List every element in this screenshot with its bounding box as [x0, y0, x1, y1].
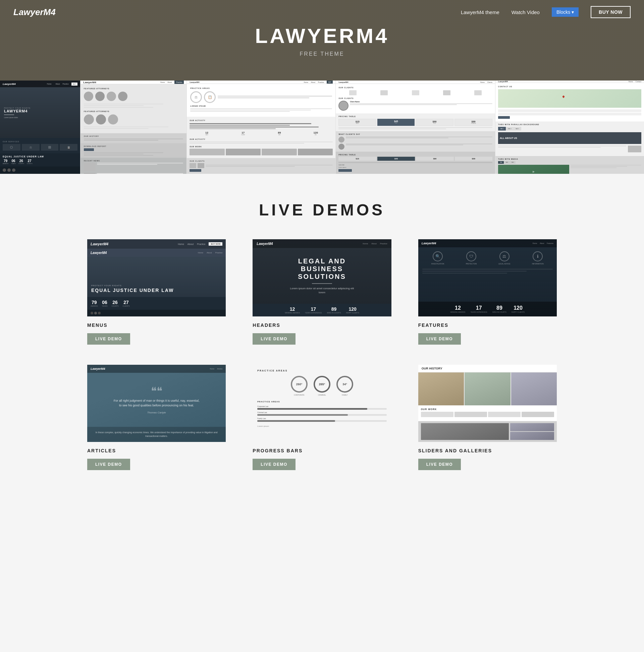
hero-content: LAWYERM4 FREE THEME [255, 24, 389, 57]
navbar-logo: LawyerM4 [13, 7, 461, 18]
demo-card-headers: LawyerM4 Home About Practice LEGAL ANDBU… [253, 239, 391, 345]
strip-item-3[interactable]: LawyerM4 HomeAboutPractice BUY PRACTICE … [187, 81, 336, 174]
demo-thumb-features[interactable]: LawyerM4 Home About Features 🔍 INVESTIGA… [418, 239, 557, 317]
blocks-dropdown[interactable]: Blocks ▾ [552, 7, 579, 17]
demo-thumb-sliders[interactable]: OUR HISTORY OUR WORK [418, 365, 557, 442]
buy-now-button[interactable]: BUY NOW [591, 6, 631, 18]
demo-card-features: LawyerM4 Home About Features 🔍 INVESTIGA… [418, 239, 557, 345]
theme-link[interactable]: LawyerM4 theme [461, 9, 499, 15]
demo-card-articles: LawyerM4 Home Articles ❝❝ For all right … [87, 365, 226, 470]
demo-label-menus: MENUS [87, 323, 226, 328]
strip-item-1[interactable]: LawyerM4 Home About Practice BUY PROTECT… [0, 81, 81, 174]
demo-thumb-articles[interactable]: LawyerM4 Home Articles ❝❝ For all right … [87, 365, 226, 442]
live-demos-section: LIVE DEMOS LawyerM4 Home About Practice … [0, 174, 644, 504]
live-demo-button-sliders[interactable]: LIVE DEMO [418, 459, 461, 470]
demo-label-headers: HEADERS [253, 323, 391, 328]
watch-video-link[interactable]: Watch Video [511, 9, 540, 15]
demo-thumb-headers[interactable]: LawyerM4 Home About Practice LEGAL ANDBU… [253, 239, 391, 317]
demos-grid: LawyerM4 Home About Practice BUY NOW Law… [87, 239, 557, 470]
demo-label-sliders: SLIDERS AND GALLERIES [418, 448, 557, 453]
live-demos-title: LIVE DEMOS [20, 201, 624, 219]
live-demo-button-menus[interactable]: LIVE DEMO [87, 333, 130, 345]
demo-card-progress: PRACTICE AREAS 260° Corporate 265° Crimi… [253, 365, 391, 470]
preview-strip: LawyerM4 Home About Practice BUY PROTECT… [0, 81, 644, 174]
demo-label-progress: PROGRESS BARS [253, 448, 391, 453]
demo-label-features: FEATURES [418, 323, 557, 328]
demo-card-sliders: OUR HISTORY OUR WORK [418, 365, 557, 470]
demo-thumb-menus[interactable]: LawyerM4 Home About Practice BUY NOW Law… [87, 239, 226, 317]
demo-label-articles: ARTICLES [87, 448, 226, 453]
hero-subtitle: FREE THEME [255, 51, 389, 57]
hero-title: LAWYERM4 [255, 24, 389, 48]
live-demo-button-progress[interactable]: LIVE DEMO [253, 459, 296, 470]
navbar: LawyerM4 LawyerM4 theme Watch Video Bloc… [0, 0, 644, 24]
demo-card-menus: LawyerM4 Home About Practice BUY NOW Law… [87, 239, 226, 345]
navbar-links: LawyerM4 theme Watch Video Blocks ▾ BUY … [461, 6, 631, 18]
live-demo-button-features[interactable]: LIVE DEMO [418, 333, 461, 345]
live-demo-button-headers[interactable]: LIVE DEMO [253, 333, 296, 345]
strip-item-5[interactable]: LawyerM4 HomeContact CONTACT US TABS WIT… [496, 81, 644, 174]
live-demo-button-articles[interactable]: LIVE DEMO [87, 459, 130, 470]
strip-item-4[interactable]: LawyerM4 HomeClients OUR CLIENTS OUR CLI… [336, 81, 496, 174]
demo-thumb-progress[interactable]: PRACTICE AREAS 260° Corporate 265° Crimi… [253, 365, 391, 442]
strip-item-2[interactable]: LawyerM4 Home About Practice FEATURED AT… [81, 81, 187, 174]
